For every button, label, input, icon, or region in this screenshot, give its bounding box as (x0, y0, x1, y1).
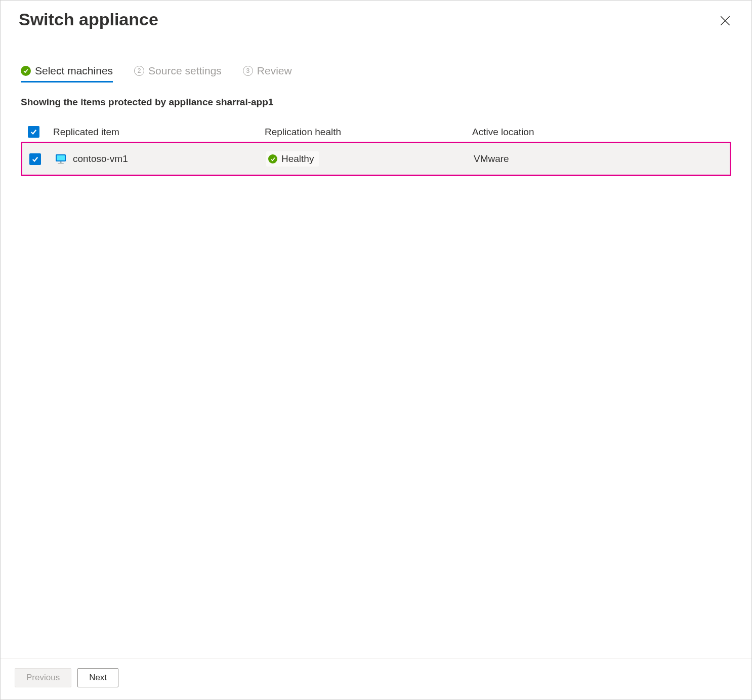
vm-icon (55, 153, 67, 165)
step-label: Review (257, 65, 292, 77)
check-icon (21, 66, 31, 76)
row-item-name: contoso-vm1 (73, 153, 128, 164)
svg-rect-3 (57, 155, 65, 160)
panel-footer: Previous Next (1, 658, 751, 699)
health-label: Healthy (281, 153, 314, 164)
select-all-checkbox[interactable] (28, 126, 39, 138)
step-review[interactable]: 3 Review (243, 65, 292, 82)
table-row[interactable]: contoso-vm1 Healthy VMware (21, 142, 731, 176)
wizard-steps: Select machines 2 Source settings 3 Revi… (21, 65, 731, 83)
panel-header: Switch appliance (1, 1, 751, 30)
column-header-location[interactable]: Active location (472, 127, 724, 138)
step-source-settings[interactable]: 2 Source settings (134, 65, 222, 82)
machines-table: Replicated item Replication health Activ… (21, 122, 731, 176)
step-number-icon: 2 (134, 66, 144, 76)
row-location: VMware (474, 153, 723, 164)
page-title: Switch appliance (19, 10, 158, 29)
svg-rect-4 (60, 161, 62, 163)
step-label: Select machines (35, 65, 113, 77)
step-number-icon: 3 (243, 66, 253, 76)
previous-button[interactable]: Previous (15, 668, 71, 687)
svg-rect-5 (58, 163, 64, 164)
row-checkbox[interactable] (29, 153, 41, 165)
step-label: Source settings (148, 65, 222, 77)
panel-body: Select machines 2 Source settings 3 Revi… (1, 30, 751, 658)
column-header-health[interactable]: Replication health (265, 127, 472, 138)
table-header: Replicated item Replication health Activ… (21, 122, 731, 142)
next-button[interactable]: Next (77, 668, 118, 687)
healthy-icon (268, 154, 277, 163)
switch-appliance-panel: Switch appliance Select machines 2 Sourc… (0, 0, 752, 700)
close-button[interactable] (717, 13, 733, 30)
health-badge: Healthy (266, 151, 319, 167)
step-select-machines[interactable]: Select machines (21, 65, 113, 82)
column-header-item[interactable]: Replicated item (53, 127, 265, 138)
subtitle: Showing the items protected by appliance… (21, 97, 731, 108)
close-icon (720, 20, 730, 27)
